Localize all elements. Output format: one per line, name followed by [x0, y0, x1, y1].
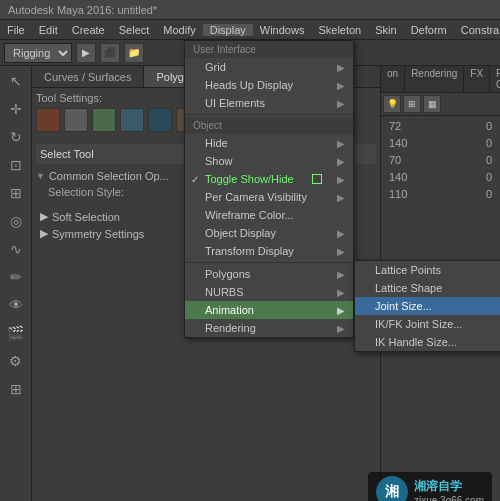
- menu-create[interactable]: Create: [65, 24, 112, 36]
- watermark: 湘 湘溶自学 zixue.3g66.com: [368, 472, 492, 501]
- menu-show[interactable]: Show ▶: [185, 152, 353, 170]
- ik-handle-label: IK Handle Size...: [375, 336, 457, 348]
- menu-polygons[interactable]: Polygons ▶: [185, 265, 353, 283]
- tab-rendering[interactable]: Rendering: [405, 66, 464, 92]
- universal-tool-icon[interactable]: ⊞: [3, 180, 29, 206]
- menu-constrain[interactable]: Constrain: [454, 24, 500, 36]
- menu-skin[interactable]: Skin: [368, 24, 403, 36]
- user-interface-header: User Interface: [185, 41, 353, 58]
- menu-file[interactable]: File: [0, 24, 32, 36]
- watermark-logo: 湘: [376, 476, 408, 501]
- soft-mod-icon[interactable]: ◎: [3, 208, 29, 234]
- tab-fx[interactable]: FX: [464, 66, 490, 92]
- icon-cube[interactable]: [64, 108, 88, 132]
- menu-hide[interactable]: Hide ▶: [185, 134, 353, 152]
- menu-wireframe[interactable]: Wireframe Color...: [185, 206, 353, 224]
- render-icon[interactable]: 🎬: [3, 320, 29, 346]
- show-hide-icon[interactable]: 👁: [3, 292, 29, 318]
- grid-icon[interactable]: ⊞: [3, 376, 29, 402]
- menu-hud[interactable]: Heads Up Display ▶: [185, 76, 353, 94]
- watermark-text: 湘溶自学 zixue.3g66.com: [414, 478, 484, 501]
- paint-icon[interactable]: ✏: [3, 264, 29, 290]
- toolbar-btn-3[interactable]: 📁: [124, 43, 144, 63]
- lattice-shape-label: Lattice Shape: [375, 282, 442, 294]
- rotate-tool-icon[interactable]: ↻: [3, 124, 29, 150]
- hud-arrow: ▶: [337, 80, 345, 91]
- menu-wire-label: Wireframe Color...: [205, 209, 294, 221]
- menu-transform[interactable]: Transform Display ▶: [185, 242, 353, 260]
- menu-percam-label: Per Camera Visibility: [205, 191, 307, 203]
- toggle-arrow: ▶: [337, 174, 345, 185]
- tab-on[interactable]: on: [381, 66, 405, 92]
- soft-selection-label: Soft Selection: [52, 211, 120, 223]
- menu-select[interactable]: Select: [112, 24, 157, 36]
- ikfk-label: IK/FK Joint Size...: [375, 318, 462, 330]
- menu-edit[interactable]: Edit: [32, 24, 65, 36]
- menu-anim-label: Animation: [205, 304, 254, 316]
- display-menu[interactable]: User Interface Grid ▶ Heads Up Display ▶…: [184, 40, 354, 338]
- section-arrow: ▼: [36, 171, 45, 181]
- right-tab-bar: on Rendering FX FX Ca...: [381, 66, 500, 93]
- tab-curves-surfaces[interactable]: Curves / Surfaces: [32, 66, 144, 87]
- watermark-brand: 湘溶自学: [414, 478, 484, 495]
- menu-object-display[interactable]: Object Display ▶: [185, 224, 353, 242]
- menu-grid[interactable]: Grid ▶: [185, 58, 353, 76]
- nurbs-arrow: ▶: [337, 287, 345, 298]
- right-btn-3[interactable]: ▦: [423, 95, 441, 113]
- toggle-checkmark: ✓: [191, 174, 199, 185]
- anim-joint-size[interactable]: Joint Size...: [355, 297, 500, 315]
- rigging-dropdown[interactable]: Rigging: [4, 43, 72, 63]
- settings-icon[interactable]: ⚙: [3, 348, 29, 374]
- zero-2: 0: [486, 154, 492, 166]
- viewport-numbers: 72 140 70 140 110: [389, 120, 407, 200]
- anim-lattice-points[interactable]: Lattice Points: [355, 261, 500, 279]
- menu-ui-elements[interactable]: UI Elements ▶: [185, 94, 353, 112]
- watermark-site: zixue.3g66.com: [414, 495, 484, 501]
- zero-1: 0: [486, 137, 492, 149]
- toolbar-btn-2[interactable]: ⬛: [100, 43, 120, 63]
- toolbar-btn-1[interactable]: ▶: [76, 43, 96, 63]
- hide-arrow: ▶: [337, 138, 345, 149]
- icon-cylinder[interactable]: [92, 108, 116, 132]
- move-tool-icon[interactable]: ✛: [3, 96, 29, 122]
- num-140: 140: [389, 137, 407, 149]
- menu-nurbs[interactable]: NURBS ▶: [185, 283, 353, 301]
- menu-rendering[interactable]: Rendering ▶: [185, 319, 353, 337]
- menu-toggle[interactable]: ✓ Toggle Show/Hide ▶: [185, 170, 353, 188]
- menu-per-camera[interactable]: Per Camera Visibility ▶: [185, 188, 353, 206]
- anim-ikfk-joint-size[interactable]: IK/FK Joint Size...: [355, 315, 500, 333]
- icon-torus[interactable]: [148, 108, 172, 132]
- zero-4: 0: [486, 188, 492, 200]
- grid-arrow: ▶: [337, 62, 345, 73]
- menu-display[interactable]: Display: [203, 24, 253, 36]
- rend-arrow: ▶: [337, 323, 345, 334]
- anim-lattice-shape[interactable]: Lattice Shape: [355, 279, 500, 297]
- menu-poly-label: Polygons: [205, 268, 250, 280]
- right-btn-2[interactable]: ⊞: [403, 95, 421, 113]
- scale-tool-icon[interactable]: ⊡: [3, 152, 29, 178]
- menu-ui-label: UI Elements: [205, 97, 265, 109]
- menu-deform[interactable]: Deform: [404, 24, 454, 36]
- animation-submenu[interactable]: Lattice Points Lattice Shape Joint Size.…: [354, 260, 500, 352]
- menu-windows[interactable]: Windows: [253, 24, 312, 36]
- lasso-icon[interactable]: ∿: [3, 236, 29, 262]
- show-arrow: ▶: [337, 156, 345, 167]
- right-btn-1[interactable]: 💡: [383, 95, 401, 113]
- menu-animation[interactable]: Animation ▶: [185, 301, 353, 319]
- menu-rend-label: Rendering: [205, 322, 256, 334]
- menu-hide-label: Hide: [205, 137, 228, 149]
- menu-modify[interactable]: Modify: [156, 24, 202, 36]
- icon-sphere-clay[interactable]: [36, 108, 60, 132]
- tab-fxca[interactable]: FX Ca...: [490, 66, 500, 92]
- zero-0: 0: [486, 120, 492, 132]
- menu-obj-label: Object Display: [205, 227, 276, 239]
- expand-arrow2: ▶: [40, 227, 48, 240]
- num-110: 110: [389, 188, 407, 200]
- expand-arrow: ▶: [40, 210, 48, 223]
- menu-skeleton[interactable]: Skeleton: [311, 24, 368, 36]
- icon-cone[interactable]: [120, 108, 144, 132]
- anim-ik-handle-size[interactable]: IK Handle Size...: [355, 333, 500, 351]
- menu-toggle-label: Toggle Show/Hide: [205, 173, 294, 185]
- select-tool-icon[interactable]: ↖: [3, 68, 29, 94]
- main-area: ↖ ✛ ↻ ⊡ ⊞ ◎ ∿ ✏ 👁 🎬 ⚙ ⊞ Curves / Surface…: [0, 66, 500, 501]
